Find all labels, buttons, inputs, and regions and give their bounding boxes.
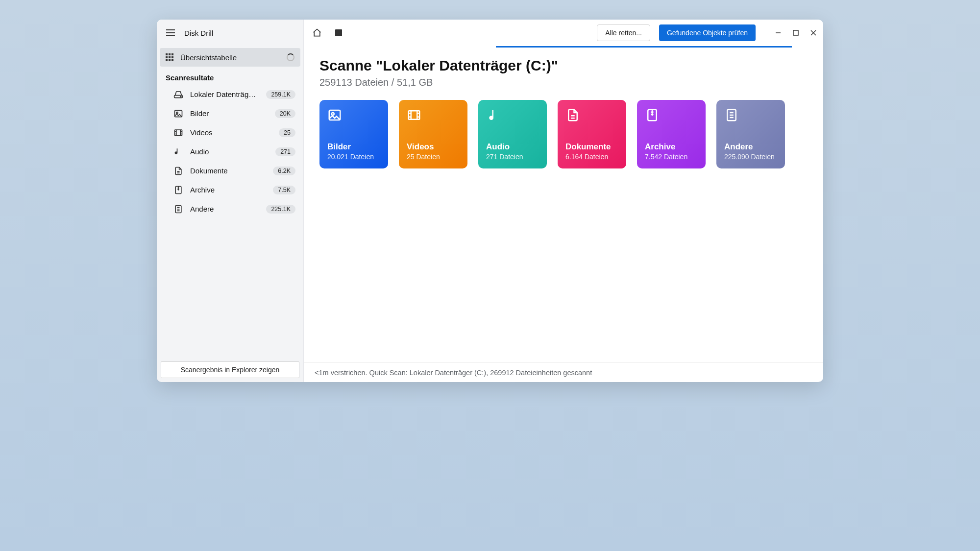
- svg-rect-2: [172, 53, 173, 55]
- card-subtitle: 271 Dateien: [486, 153, 539, 161]
- count-badge: 271: [275, 147, 295, 156]
- home-button[interactable]: [311, 26, 323, 39]
- sidebar-item-andere[interactable]: Andere 225.1K: [160, 199, 300, 218]
- other-icon: [173, 204, 183, 214]
- archive-icon: [645, 108, 660, 122]
- svg-rect-16: [793, 30, 798, 35]
- count-badge: 6.2K: [273, 167, 295, 175]
- close-button[interactable]: [810, 30, 816, 36]
- hamburger-menu-button[interactable]: [164, 26, 177, 40]
- document-icon: [173, 166, 183, 176]
- loading-spinner-icon: [287, 53, 294, 61]
- svg-rect-12: [175, 130, 182, 136]
- other-icon: [724, 108, 739, 122]
- sidebar-header: Disk Drill: [157, 20, 303, 46]
- card-subtitle: 25 Dateien: [407, 153, 460, 161]
- review-found-button[interactable]: Gefundene Objekte prüfen: [659, 24, 756, 41]
- scan-progress-bar: [304, 46, 823, 48]
- page-subtitle: 259113 Dateien / 51,1 GB: [319, 77, 808, 88]
- svg-rect-5: [172, 56, 173, 58]
- card-subtitle: 20.021 Dateien: [327, 153, 380, 161]
- sidebar: Disk Drill Übersichtstabelle Scanresulta…: [157, 20, 304, 382]
- app-window: Disk Drill Übersichtstabelle Scanresulta…: [157, 20, 823, 382]
- card-dokumente[interactable]: Dokumente 6.164 Dateien: [558, 100, 626, 168]
- card-title: Archive: [645, 142, 698, 152]
- video-icon: [173, 128, 183, 138]
- sidebar-item-label: Videos: [190, 128, 272, 137]
- sidebar-item-label: Bilder: [190, 109, 268, 118]
- status-text: <1m verstrichen. Quick Scan: Lokaler Dat…: [315, 369, 592, 377]
- scan-results-list: Lokaler Datenträger (... 259.1K Bilder 2…: [157, 85, 303, 218]
- app-title: Disk Drill: [184, 29, 213, 37]
- svg-rect-6: [166, 59, 168, 61]
- svg-rect-1: [169, 53, 171, 55]
- window-controls: [775, 30, 816, 36]
- sidebar-item-videos[interactable]: Videos 25: [160, 123, 300, 142]
- audio-icon: [173, 147, 183, 157]
- overview-label: Übersichtstabelle: [180, 53, 280, 62]
- grid-icon: [166, 53, 173, 61]
- card-bilder[interactable]: Bilder 20.021 Dateien: [319, 100, 388, 168]
- svg-point-11: [176, 112, 178, 113]
- card-subtitle: 6.164 Dateien: [565, 153, 618, 161]
- svg-rect-4: [169, 56, 171, 58]
- minimize-icon: [775, 30, 781, 36]
- card-title: Videos: [407, 142, 460, 152]
- sidebar-item-drive[interactable]: Lokaler Datenträger (... 259.1K: [160, 85, 300, 104]
- count-badge: 25: [279, 128, 295, 137]
- svg-rect-7: [169, 59, 171, 61]
- toolbar: Alle retten... Gefundene Objekte prüfen: [304, 20, 823, 46]
- card-title: Andere: [724, 142, 777, 152]
- maximize-icon: [793, 30, 799, 36]
- svg-rect-0: [166, 53, 168, 55]
- image-icon: [327, 108, 342, 122]
- count-badge: 259.1K: [266, 90, 295, 99]
- card-subtitle: 7.542 Dateien: [645, 153, 698, 161]
- page-title: Scanne "Lokaler Datenträger (C:)": [319, 57, 808, 74]
- main-panel: Alle retten... Gefundene Objekte prüfen …: [304, 20, 823, 382]
- count-badge: 20K: [275, 109, 295, 118]
- card-audio[interactable]: Audio 271 Dateien: [478, 100, 547, 168]
- drive-icon: [173, 90, 183, 99]
- svg-point-9: [180, 96, 181, 97]
- card-videos[interactable]: Videos 25 Dateien: [399, 100, 467, 168]
- sidebar-item-label: Archive: [190, 186, 266, 194]
- svg-rect-8: [172, 59, 173, 61]
- stop-scan-button[interactable]: [332, 26, 345, 39]
- sidebar-overview-item[interactable]: Übersichtstabelle: [160, 48, 300, 67]
- home-icon: [312, 28, 322, 38]
- close-icon: [810, 30, 816, 36]
- sidebar-footer: Scanergebnis in Explorer zeigen: [157, 358, 303, 382]
- minimize-button[interactable]: [775, 30, 781, 36]
- card-subtitle: 225.090 Dateien: [724, 153, 777, 161]
- recover-all-button[interactable]: Alle retten...: [597, 24, 650, 41]
- scan-progress-fill: [496, 46, 792, 48]
- document-icon: [565, 108, 580, 122]
- menu-icon: [166, 29, 175, 36]
- stop-icon: [335, 29, 342, 36]
- sidebar-item-audio[interactable]: Audio 271: [160, 142, 300, 161]
- archive-icon: [173, 185, 183, 195]
- image-icon: [173, 109, 183, 119]
- sidebar-item-dokumente[interactable]: Dokumente 6.2K: [160, 161, 300, 180]
- status-bar: <1m verstrichen. Quick Scan: Lokaler Dat…: [304, 362, 823, 382]
- sidebar-item-label: Lokaler Datenträger (...: [190, 90, 259, 98]
- card-title: Dokumente: [565, 142, 618, 152]
- svg-rect-15: [335, 29, 342, 36]
- card-archive[interactable]: Archive 7.542 Dateien: [637, 100, 706, 168]
- svg-point-18: [332, 113, 334, 115]
- category-cards: Bilder 20.021 Dateien Videos 25 Dateien …: [319, 100, 808, 168]
- sidebar-item-label: Dokumente: [190, 167, 266, 175]
- sidebar-item-archive[interactable]: Archive 7.5K: [160, 180, 300, 199]
- card-title: Audio: [486, 142, 539, 152]
- video-icon: [407, 108, 421, 122]
- maximize-button[interactable]: [793, 30, 799, 36]
- count-badge: 7.5K: [273, 186, 295, 194]
- svg-rect-3: [166, 56, 168, 58]
- content-area: Scanne "Lokaler Datenträger (C:)" 259113…: [304, 48, 823, 362]
- svg-rect-19: [409, 111, 420, 120]
- show-in-explorer-button[interactable]: Scanergebnis in Explorer zeigen: [161, 361, 299, 378]
- card-andere[interactable]: Andere 225.090 Dateien: [716, 100, 785, 168]
- scan-results-heading: Scanresultate: [157, 67, 303, 85]
- sidebar-item-bilder[interactable]: Bilder 20K: [160, 104, 300, 123]
